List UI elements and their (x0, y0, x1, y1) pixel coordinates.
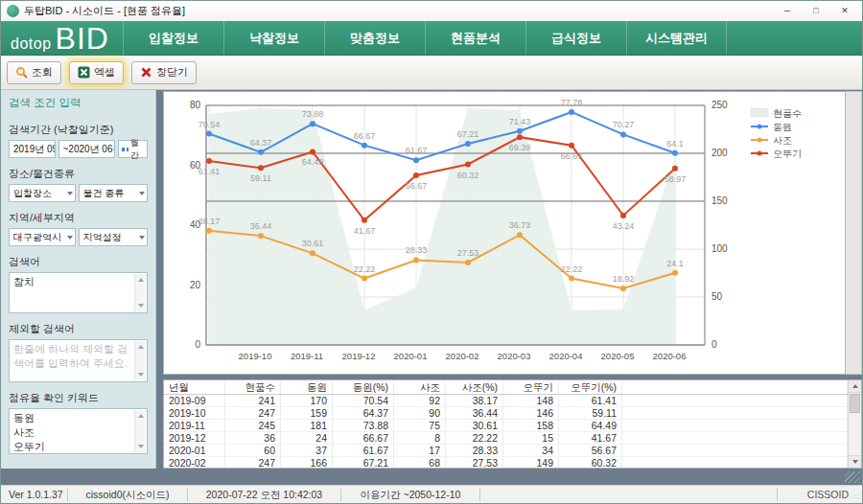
range-dots-icon (122, 148, 128, 151)
table-cell: 36 (225, 432, 281, 445)
svg-text:40: 40 (190, 219, 201, 230)
main-content: 70.5464.3773.8866.6761.6767.2171.4377.78… (156, 90, 862, 469)
period-range-label: 월간 (130, 137, 144, 162)
table-filler-cell (622, 445, 848, 457)
table-cell: 73.88 (333, 420, 394, 432)
item-type-combo-value: 물건 종류 (83, 187, 125, 200)
nav-item-0[interactable]: 입찰정보 (123, 21, 223, 55)
workspace: 검색 조건 입력 검색기간 (낙찰일기준) 2019년 09월 ~2020년 0… (1, 90, 862, 469)
scroll-down-icon (138, 304, 144, 308)
table-row[interactable]: 2019-1124518173.887530.6115864.49 (164, 420, 848, 432)
logo-main: BID (56, 24, 109, 53)
resize-grip-icon[interactable] (845, 471, 860, 483)
period-from-combo[interactable]: 2019년 09월 (9, 140, 56, 158)
region-combo[interactable]: 대구광역시 (9, 228, 76, 246)
region-label: 지역/세부지역 (9, 211, 148, 225)
nav-item-2[interactable]: 맞춤정보 (324, 21, 425, 55)
table-filler-cell (622, 457, 848, 468)
table-filler-cell (622, 432, 848, 445)
table-row[interactable]: 2020-01603761.671728.333456.67 (164, 445, 848, 457)
subregion-combo-value: 지역설정 (83, 231, 122, 244)
table-cell: 61.67 (333, 445, 394, 457)
subregion-combo[interactable]: 지역설정 (79, 228, 148, 246)
resize-grip-icon: .:: (851, 492, 860, 500)
table-row[interactable]: 2019-12362466.67822.221541.67 (164, 432, 848, 445)
table-cell: 30.61 (446, 420, 503, 432)
scroll-down-icon (138, 445, 144, 448)
close-window-button[interactable]: 창닫기 (131, 61, 197, 84)
table-cell: 64.37 (333, 407, 394, 420)
svg-text:2020-03: 2020-03 (498, 351, 531, 361)
svg-text:2019-11: 2019-11 (291, 351, 323, 361)
nav-item-1[interactable]: 낙찰정보 (223, 21, 324, 55)
svg-text:66.67: 66.67 (561, 151, 583, 161)
keyword-input[interactable]: 참치 (10, 273, 147, 312)
svg-text:60.32: 60.32 (457, 171, 479, 180)
main-nav: dotop BID 입찰정보낙찰정보맞춤정보현품분석급식정보시스템관리 (1, 21, 862, 56)
textarea-scrollbar[interactable] (134, 410, 146, 452)
table-header-cell: 사조(%) (446, 380, 503, 394)
table-cell: 66.67 (333, 432, 394, 445)
svg-text:2019-12: 2019-12 (342, 351, 376, 361)
svg-text:2020-02: 2020-02 (446, 351, 479, 361)
svg-text:77.78: 77.78 (561, 98, 583, 107)
exclude-keyword-input[interactable] (10, 340, 147, 381)
table-row[interactable]: 2019-1024715964.379036.4414659.11 (164, 407, 848, 420)
table-cell: 158 (503, 420, 559, 432)
share-keywords-input[interactable]: 동원 사조 오뚜기 (10, 409, 147, 453)
close-button[interactable]: ✕ (831, 3, 858, 19)
table-cell: 2020-01 (164, 445, 225, 457)
period-to-combo[interactable]: ~2020년 06월 (58, 140, 116, 158)
table-cell: 75 (394, 420, 446, 432)
textarea-scrollbar[interactable] (134, 274, 146, 311)
table-cell: 61.41 (559, 395, 622, 407)
place-combo[interactable]: 입찰장소 (9, 184, 76, 202)
textarea-scrollbar[interactable] (134, 341, 146, 380)
result-table-panel: 년월현품수동원동원(%)사조사조(%)오뚜기오뚜기(%)2019-0924117… (163, 379, 862, 469)
search-button[interactable]: 조회 (7, 61, 61, 84)
chevron-down-icon (139, 192, 145, 195)
table-header-cell: 동원(%) (333, 380, 394, 394)
chevron-down-icon (67, 192, 73, 195)
period-range-button[interactable]: 월간 (118, 140, 148, 158)
svg-text:오뚜기: 오뚜기 (773, 149, 802, 159)
table-cell: 148 (503, 395, 559, 407)
table-header-cell: 현품수 (225, 380, 281, 394)
table-cell: 2020-02 (164, 457, 225, 468)
table-header-cell: 오뚜기(%) (559, 380, 622, 394)
status-spacer (480, 489, 778, 501)
excel-icon (78, 66, 90, 79)
close-red-icon (140, 66, 152, 79)
table-cell: 37 (281, 445, 333, 457)
nav-item-5[interactable]: 시스템관리 (626, 21, 727, 55)
minimize-button[interactable]: ─ (774, 3, 801, 19)
table-scrollbar[interactable] (848, 380, 861, 468)
share-chart-svg: 70.5464.3773.8866.6761.6767.2171.4377.78… (164, 92, 845, 374)
app-logo: dotop BID (1, 24, 123, 53)
maximize-button[interactable]: □ (803, 3, 829, 19)
table-cell: 67.21 (333, 457, 394, 468)
table-row[interactable]: 2019-0924117070.549238.1714861.41 (164, 395, 848, 407)
scrollbar-thumb[interactable] (850, 394, 860, 413)
table-cell: 2019-11 (164, 420, 225, 432)
scroll-up-button[interactable] (849, 380, 861, 393)
item-type-combo[interactable]: 물건 종류 (79, 184, 148, 202)
table-cell: 241 (225, 395, 281, 407)
svg-text:43.24: 43.24 (613, 221, 635, 231)
app-window: 두탑BID - 시소이드 - [현품 점유율] ─ □ ✕ dotop BID … (0, 0, 863, 504)
svg-text:61.67: 61.67 (406, 146, 428, 155)
table-row[interactable]: 2020-0224716667.216827.5314960.32 (164, 457, 848, 468)
table-cell: 92 (394, 395, 446, 407)
svg-text:0: 0 (195, 339, 200, 350)
table-cell: 2019-09 (164, 395, 225, 407)
excel-button[interactable]: 엑셀 (69, 61, 124, 84)
nav-item-4[interactable]: 급식정보 (525, 21, 626, 55)
scroll-down-button[interactable] (849, 455, 861, 468)
svg-text:73.88: 73.88 (302, 109, 324, 119)
table-header-cell: 동원 (281, 380, 333, 394)
table-cell: 247 (225, 457, 281, 468)
table-cell: 41.67 (559, 432, 622, 445)
nav-item-3[interactable]: 현품분석 (425, 21, 525, 55)
svg-text:2020-04: 2020-04 (549, 351, 583, 361)
svg-text:58.97: 58.97 (665, 174, 687, 184)
